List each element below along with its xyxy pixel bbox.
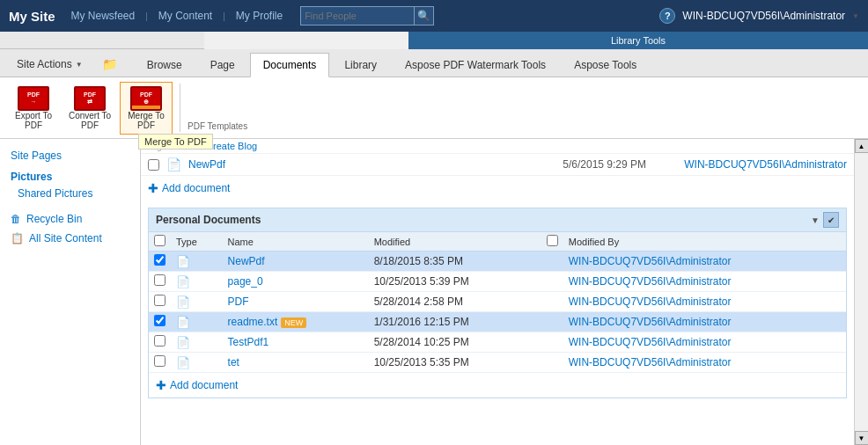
convert-to-pdf-button[interactable]: PDF⇄ Convert ToPDF [63, 82, 116, 135]
sidebar-item-recycle-bin[interactable]: 🗑 Recycle Bin [0, 209, 140, 229]
add-document-link-1[interactable]: ✚ Add document [141, 176, 854, 201]
nav-my-profile[interactable]: My Profile [236, 10, 283, 22]
file-type-icon: 📄 [176, 336, 190, 349]
nav-separator-1: | [145, 11, 148, 21]
tab-aspose-pdf-watermark[interactable]: Aspose PDF Watermark Tools [392, 52, 559, 77]
pd-checkmark-icon[interactable]: ✔ [823, 212, 839, 228]
main-layout: Site Pages Pictures Shared Pictures 🗑 Re… [0, 139, 868, 445]
help-icon[interactable]: ? [659, 8, 675, 24]
row-checkbox[interactable] [154, 295, 166, 306]
table-row: 📄tet10/25/2013 5:35 PMWIN-BDCUQ7VD56I\Ad… [149, 353, 846, 373]
site-actions-chevron-icon: ▼ [76, 61, 83, 69]
file-modified-by[interactable]: WIN-BDCUQ7VD56I\Administrator [569, 316, 732, 328]
col-modified-checkbox[interactable] [547, 235, 558, 246]
merge-to-pdf-button[interactable]: PDF⊕ Merge ToPDF [120, 82, 173, 135]
all-content-icon: 📋 [11, 232, 24, 244]
row-checkbox[interactable] [154, 254, 166, 266]
file-modified-by[interactable]: WIN-BDCUQ7VD56I\Administrator [569, 295, 732, 308]
site-actions-label: Site Actions [17, 58, 72, 70]
personal-documents-header: Personal Documents ▼ ✔ [149, 208, 846, 232]
convert-pdf-label: Convert ToPDF [69, 111, 111, 130]
ribbon-separator [180, 84, 180, 132]
export-pdf-label: Export ToPDF [15, 111, 52, 130]
merge-pdf-icon: PDF⊕ [130, 86, 162, 111]
top-doc-checkbox[interactable] [148, 159, 159, 171]
top-doc-modified: 5/6/2015 9:29 PM [563, 158, 677, 171]
file-modified-date: 1/31/2016 12:15 PM [369, 312, 541, 332]
top-doc-file-icon: 📄 [166, 157, 181, 171]
export-pdf-icon: PDF→ [18, 86, 49, 111]
new-folder-button[interactable]: 📁 [92, 52, 127, 77]
file-modified-date: 5/28/2014 10:25 PM [369, 332, 541, 353]
file-type-icon: 📄 [176, 316, 190, 329]
site-actions-group: Site Actions ▼ 📁 [7, 52, 127, 77]
file-modified-by[interactable]: WIN-BDCUQ7VD56I\Administrator [569, 255, 732, 267]
file-modified-by[interactable]: WIN-BDCUQ7VD56I\Administrator [569, 275, 732, 288]
nav-my-newsfeed[interactable]: My Newsfeed [71, 10, 136, 22]
row-checkbox[interactable] [154, 335, 166, 347]
sidebar-item-all-site-content[interactable]: 📋 All Site Content [0, 229, 140, 248]
personal-documents-section: Personal Documents ▼ ✔ Type Name Modifie… [148, 208, 847, 398]
scroll-down-button[interactable]: ▼ [855, 431, 869, 445]
search-input[interactable] [300, 6, 415, 26]
file-type-icon: 📄 [176, 356, 190, 369]
pd-dropdown-icon[interactable]: ▼ [811, 215, 820, 225]
top-navigation: My Site My Newsfeed | My Content | My Pr… [0, 0, 868, 32]
pd-header-icons: ▼ ✔ [811, 212, 839, 228]
ribbon-toolbar: PDF→ Export ToPDF PDF⇄ Convert ToPDF PDF… [0, 77, 868, 139]
tab-page[interactable]: Page [197, 52, 248, 77]
top-doc-modified-by[interactable]: WIN-BDCUQ7VD56I\Administrator [684, 158, 847, 171]
col-modified: Modified [369, 232, 541, 252]
merge-pdf-label: Merge ToPDF [128, 111, 165, 130]
table-row: 📄readme.txtNEW1/31/2016 12:15 PMWIN-BDCU… [149, 312, 846, 332]
plus-icon-2: ✚ [156, 378, 166, 392]
tab-aspose-tools[interactable]: Aspose Tools [561, 52, 650, 77]
export-to-pdf-button[interactable]: PDF→ Export ToPDF [7, 82, 60, 135]
file-name[interactable]: PDF [228, 295, 249, 308]
table-row: 📄TestPdf15/28/2014 10:25 PMWIN-BDCUQ7VD5… [149, 332, 846, 353]
file-type-icon: 📄 [176, 295, 190, 309]
col-type: Type [171, 232, 223, 252]
top-doc-row: 📄 NewPdf 5/6/2015 9:29 PM WIN-BDCUQ7VD56… [141, 154, 854, 176]
search-button[interactable]: 🔍 [415, 6, 434, 26]
file-name[interactable]: page_0 [228, 275, 263, 288]
personal-documents-title: Personal Documents [156, 214, 261, 226]
user-chevron-icon: ▼ [852, 12, 859, 20]
top-right-area: ? WIN-BDCUQ7VD56I\Administrator ▼ [659, 8, 859, 24]
select-all-checkbox[interactable] [154, 235, 166, 246]
user-name[interactable]: WIN-BDCUQ7VD56I\Administrator [682, 10, 845, 22]
site-actions-button[interactable]: Site Actions ▼ [7, 52, 92, 77]
recycle-bin-icon: 🗑 [11, 213, 21, 225]
file-type-icon: 📄 [176, 275, 190, 288]
scroll-up-button[interactable]: ▲ [855, 139, 869, 153]
tab-browse[interactable]: Browse [134, 52, 195, 77]
ribbon-group-label: PDF Templates [188, 121, 247, 131]
content-area: organization: Create Blog 📄 NewPdf 5/6/2… [141, 139, 854, 445]
add-document-link-2[interactable]: ✚ Add document [149, 373, 846, 398]
tab-documents[interactable]: Documents [250, 53, 330, 77]
file-name[interactable]: tet [228, 356, 239, 368]
file-modified-by[interactable]: WIN-BDCUQ7VD56I\Administrator [569, 356, 732, 368]
sidebar-item-site-pages[interactable]: Site Pages [0, 146, 140, 165]
file-modified-by[interactable]: WIN-BDCUQ7VD56I\Administrator [569, 336, 732, 348]
library-tools-banner: Library Tools [408, 32, 868, 49]
org-text: organization: Create Blog [141, 139, 854, 154]
personal-documents-table: Type Name Modified Modified By 📄NewPdf8/… [149, 232, 846, 373]
file-name[interactable]: NewPdf [228, 255, 265, 267]
create-blog-link[interactable]: Create Blog [206, 141, 257, 151]
top-doc-name[interactable]: NewPdf [188, 158, 555, 171]
site-title: My Site [9, 9, 55, 24]
sidebar: Site Pages Pictures Shared Pictures 🗑 Re… [0, 139, 141, 445]
nav-my-content[interactable]: My Content [158, 10, 212, 22]
sidebar-section-pictures[interactable]: Pictures [0, 165, 140, 185]
ribbon-tabs: Site Actions ▼ 📁 Browse Page Documents L… [0, 49, 868, 77]
sidebar-item-shared-pictures[interactable]: Shared Pictures [0, 185, 140, 202]
file-name[interactable]: readme.txt [228, 316, 278, 328]
tab-library[interactable]: Library [331, 52, 390, 77]
file-name[interactable]: TestPdf1 [228, 336, 269, 348]
plus-icon-1: ✚ [148, 181, 158, 195]
row-checkbox[interactable] [154, 315, 166, 326]
row-checkbox[interactable] [154, 355, 166, 367]
convert-pdf-icon: PDF⇄ [74, 86, 106, 111]
row-checkbox[interactable] [154, 274, 166, 286]
